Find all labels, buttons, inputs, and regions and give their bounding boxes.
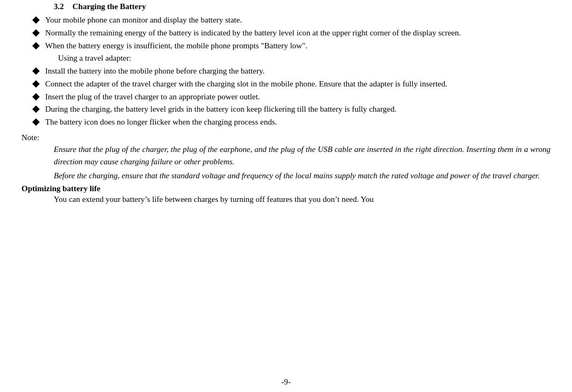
bullet-icon: ◆: [32, 103, 40, 114]
bullet-text: Your mobile phone can monitor and displa…: [45, 14, 550, 26]
section-header: 3.2 Charging the Battery: [22, 0, 550, 14]
list-item: ◆ The battery icon does no longer flicke…: [22, 117, 550, 128]
page-number: -9-: [0, 378, 572, 387]
bullet-text: The battery icon does no longer flicker …: [45, 117, 550, 128]
bullet-text: Connect the adapter of the travel charge…: [45, 78, 550, 90]
section-title: Charging the Battery: [73, 2, 146, 11]
page-container: 3.2 Charging the Battery ◆ Your mobile p…: [0, 0, 572, 392]
bullet-text: Insert the plug of the travel charger to…: [45, 91, 550, 103]
note-italic-line-1: Ensure that the plug of the charger, the…: [54, 143, 550, 168]
bullet-icon: ◆: [32, 77, 40, 89]
list-item: ◆ Install the battery into the mobile ph…: [22, 66, 550, 77]
list-item: ◆ During the charging, the battery level…: [22, 104, 550, 115]
bullet-icon: ◆: [32, 90, 40, 102]
bullet-icon: ◆: [32, 13, 40, 25]
optimizing-text: You can extend your battery’s life betwe…: [22, 193, 550, 206]
sub-text: Using a travel adapter:: [47, 53, 550, 64]
note-section: Note: Ensure that the plug of the charge…: [22, 132, 550, 182]
section-number: 3.2: [54, 2, 64, 11]
list-item: ◆ Normally the remaining energy of the b…: [22, 27, 550, 39]
bullet-icon: ◆: [32, 64, 40, 76]
list-item: ◆ When the battery energy is insufficien…: [22, 40, 550, 52]
bullet-icon: ◆: [32, 39, 40, 51]
optimizing-header: Optimizing battery life: [22, 184, 550, 193]
bullet-text: When the battery energy is insufficient,…: [45, 40, 550, 52]
list-item: ◆ Connect the adapter of the travel char…: [22, 78, 550, 90]
bullet-icon: ◆: [32, 26, 40, 38]
bullet-list: ◆ Your mobile phone can monitor and disp…: [22, 14, 550, 128]
note-label: Note:: [22, 133, 39, 142]
bullet-text: During the charging, the battery level g…: [45, 104, 550, 115]
list-item: ◆ Your mobile phone can monitor and disp…: [22, 14, 550, 26]
bullet-icon: ◆: [32, 115, 40, 127]
note-italic-line-2: Before the charging, ensure that the sta…: [54, 170, 550, 182]
optimizing-section: Optimizing battery life You can extend y…: [22, 184, 550, 206]
list-item: ◆ Insert the plug of the travel charger …: [22, 91, 550, 103]
bullet-text: Install the battery into the mobile phon…: [45, 66, 550, 77]
bullet-text: Normally the remaining energy of the bat…: [45, 27, 550, 39]
